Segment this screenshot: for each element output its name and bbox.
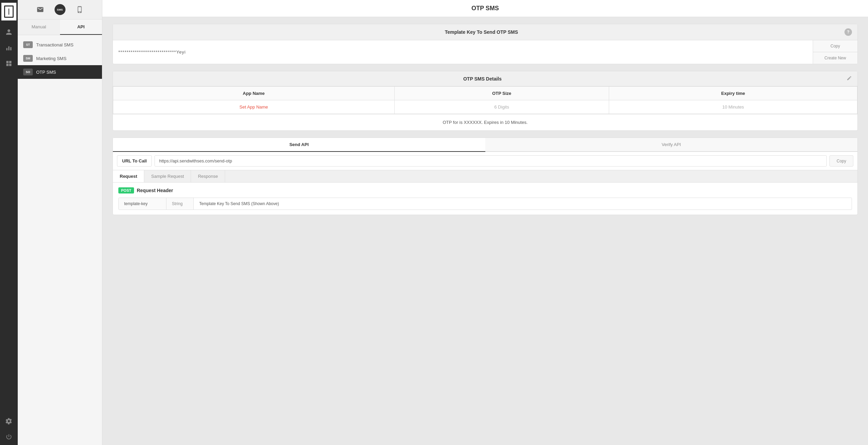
sidebar-item-transactional-sms[interactable]: ST Transactional SMS <box>18 38 102 52</box>
col-app-name: App Name <box>113 87 395 100</box>
create-new-button[interactable]: Create New <box>813 52 857 64</box>
param-row: template-key String Template Key To Send… <box>118 198 852 210</box>
tab-response[interactable]: Response <box>191 170 225 182</box>
nav-icon-power[interactable] <box>1 429 16 444</box>
nav-icon-chart[interactable] <box>1 40 16 55</box>
tab-api[interactable]: API <box>60 19 102 35</box>
tab-verify-api[interactable]: Verify API <box>485 138 858 152</box>
col-expiry-time: Expiry time <box>609 87 857 100</box>
cell-app-name[interactable]: Set App Name <box>113 100 395 114</box>
edit-icon[interactable] <box>847 75 852 82</box>
nav-sidebar: SMS Manual API ST Transactional SMS SM M… <box>18 0 102 445</box>
main-content: OTP SMS Template Key To Send OTP SMS ? *… <box>102 0 868 445</box>
logo-icon <box>4 5 14 18</box>
otp-preview: OTP for is XXXXXX. Expires in 10 Minutes… <box>113 114 857 130</box>
content-area: Template Key To Send OTP SMS ? *********… <box>102 17 868 445</box>
template-key-title: Template Key To Send OTP SMS <box>118 29 844 35</box>
otp-details-card: OTP SMS Details App Name OTP Size Expiry… <box>113 71 858 131</box>
template-key-card: Template Key To Send OTP SMS ? *********… <box>113 24 858 64</box>
otp-details-title: OTP SMS Details <box>118 76 847 82</box>
request-header-label: Request Header <box>137 188 173 193</box>
logo[interactable] <box>1 3 16 20</box>
sidebar-item-marketing-sms[interactable]: SM Marketing SMS <box>18 52 102 65</box>
template-key-header: Template Key To Send OTP SMS ? <box>113 24 857 40</box>
cell-expiry-time: 10 Minutes <box>609 100 857 114</box>
api-tabs: Send API Verify API <box>113 138 857 152</box>
nav-top-icons: SMS <box>18 0 102 19</box>
nav-icon-person[interactable] <box>1 25 16 40</box>
sidebar-label-transactional-sms: Transactional SMS <box>36 42 73 47</box>
tab-request[interactable]: Request <box>113 170 144 182</box>
phone-icon[interactable] <box>74 3 86 16</box>
tab-sample-request[interactable]: Sample Request <box>144 170 191 182</box>
nav-icon-settings[interactable] <box>1 414 16 429</box>
nav-icon-grid[interactable] <box>1 56 16 71</box>
sidebar-label-marketing-sms: Marketing SMS <box>36 56 67 61</box>
url-value: https://api.sendwithses.com/send-otp <box>155 155 827 167</box>
col-otp-size: OTP Size <box>394 87 609 100</box>
page-header: OTP SMS <box>102 0 868 17</box>
badge-sm: SM <box>23 55 33 62</box>
sidebar-label-otp-sms: OTP SMS <box>36 70 56 75</box>
sidebar-item-otp-sms[interactable]: SO OTP SMS <box>18 65 102 79</box>
url-row: URL To Call https://api.sendwithses.com/… <box>113 152 857 170</box>
param-type: String <box>166 198 194 210</box>
badge-so: SO <box>23 69 33 75</box>
send-api-card: Send API Verify API URL To Call https://… <box>113 138 858 215</box>
nav-items: ST Transactional SMS SM Marketing SMS SO… <box>18 35 102 82</box>
icon-sidebar <box>0 0 18 445</box>
badge-st: ST <box>23 41 33 48</box>
template-key-body: ****************************Yeyi Copy Cr… <box>113 40 857 64</box>
sms-icon[interactable]: SMS <box>55 4 65 15</box>
url-label: URL To Call <box>117 155 152 167</box>
param-name: template-key <box>119 198 166 210</box>
tab-manual[interactable]: Manual <box>18 19 60 35</box>
template-key-actions: Copy Create New <box>813 40 857 64</box>
tab-send-api[interactable]: Send API <box>113 138 485 152</box>
otp-details-header: OTP SMS Details <box>113 71 857 86</box>
email-icon[interactable] <box>34 3 46 16</box>
request-body: POST Request Header template-key String … <box>113 183 857 215</box>
help-icon[interactable]: ? <box>844 28 852 36</box>
template-key-value: ****************************Yeyi <box>113 40 813 64</box>
post-badge: POST <box>118 187 134 193</box>
table-row: Set App Name 6 Digits 10 Minutes <box>113 100 857 114</box>
copy-template-key-button[interactable]: Copy <box>813 40 857 52</box>
request-tabs: Request Sample Request Response <box>113 170 857 183</box>
otp-details-table: App Name OTP Size Expiry time Set App Na… <box>113 86 857 114</box>
nav-tabs: Manual API <box>18 19 102 35</box>
copy-url-button[interactable]: Copy <box>829 155 853 167</box>
cell-otp-size: 6 Digits <box>394 100 609 114</box>
param-description: Template Key To Send SMS (Shown Above) <box>194 198 852 210</box>
page-title: OTP SMS <box>109 5 861 12</box>
request-header-title: POST Request Header <box>118 187 852 193</box>
